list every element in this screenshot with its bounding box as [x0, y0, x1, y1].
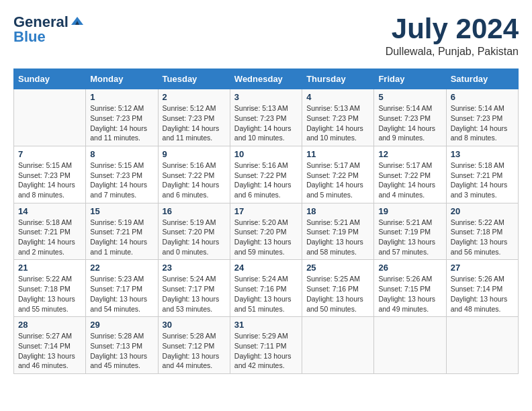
calendar-cell: 16Sunrise: 5:19 AMSunset: 7:20 PMDayligh…	[158, 203, 230, 260]
calendar-cell: 11Sunrise: 5:17 AMSunset: 7:22 PMDayligh…	[302, 146, 374, 203]
day-info: Sunrise: 5:28 AMSunset: 7:13 PMDaylight:…	[90, 331, 153, 371]
day-number: 16	[163, 206, 226, 216]
calendar-header-row: SundayMondayTuesdayWednesdayThursdayFrid…	[14, 69, 519, 89]
day-number: 25	[306, 263, 369, 273]
calendar-cell: 12Sunrise: 5:17 AMSunset: 7:22 PMDayligh…	[374, 146, 446, 203]
calendar-week-row: 21Sunrise: 5:22 AMSunset: 7:18 PMDayligh…	[14, 260, 519, 317]
calendar-cell: 3Sunrise: 5:13 AMSunset: 7:23 PMDaylight…	[230, 89, 302, 146]
day-info: Sunrise: 5:18 AMSunset: 7:21 PMDaylight:…	[18, 218, 81, 257]
day-info: Sunrise: 5:22 AMSunset: 7:18 PMDaylight:…	[18, 274, 81, 314]
day-number: 4	[306, 92, 369, 102]
day-number: 23	[163, 263, 226, 273]
weekday-header: Thursday	[302, 69, 374, 89]
day-number: 2	[163, 92, 226, 102]
logo-blue: Blue	[13, 28, 46, 46]
calendar-cell: 22Sunrise: 5:23 AMSunset: 7:17 PMDayligh…	[86, 260, 158, 317]
weekday-header: Friday	[374, 69, 446, 89]
calendar-cell: 7Sunrise: 5:15 AMSunset: 7:23 PMDaylight…	[14, 146, 86, 203]
day-number: 6	[451, 92, 514, 102]
day-number: 10	[234, 149, 298, 159]
calendar-cell: 9Sunrise: 5:16 AMSunset: 7:22 PMDaylight…	[158, 146, 230, 203]
day-info: Sunrise: 5:16 AMSunset: 7:22 PMDaylight:…	[234, 161, 298, 200]
day-info: Sunrise: 5:20 AMSunset: 7:20 PMDaylight:…	[234, 218, 298, 257]
calendar-cell	[446, 317, 518, 374]
page-header: General Blue July 2024 Dullewala, Punjab…	[13, 13, 519, 58]
calendar-cell: 30Sunrise: 5:28 AMSunset: 7:12 PMDayligh…	[158, 317, 230, 374]
weekday-header: Wednesday	[230, 69, 302, 89]
day-info: Sunrise: 5:26 AMSunset: 7:15 PMDaylight:…	[378, 274, 441, 314]
calendar-cell: 27Sunrise: 5:26 AMSunset: 7:14 PMDayligh…	[446, 260, 518, 317]
day-number: 14	[18, 206, 81, 216]
day-number: 29	[90, 320, 153, 330]
day-info: Sunrise: 5:29 AMSunset: 7:11 PMDaylight:…	[234, 331, 298, 371]
weekday-header: Saturday	[446, 69, 518, 89]
calendar-week-row: 14Sunrise: 5:18 AMSunset: 7:21 PMDayligh…	[14, 203, 519, 260]
day-number: 24	[234, 263, 298, 273]
day-info: Sunrise: 5:24 AMSunset: 7:17 PMDaylight:…	[163, 274, 226, 314]
day-info: Sunrise: 5:24 AMSunset: 7:16 PMDaylight:…	[234, 274, 298, 314]
day-number: 26	[378, 263, 441, 273]
day-info: Sunrise: 5:25 AMSunset: 7:16 PMDaylight:…	[306, 274, 369, 314]
month-title: July 2024	[386, 13, 519, 44]
day-number: 5	[378, 92, 441, 102]
location: Dullewala, Punjab, Pakistan	[386, 46, 519, 58]
calendar-cell	[14, 89, 86, 146]
calendar-cell: 15Sunrise: 5:19 AMSunset: 7:21 PMDayligh…	[86, 203, 158, 260]
title-block: July 2024 Dullewala, Punjab, Pakistan	[386, 13, 519, 58]
calendar-cell: 18Sunrise: 5:21 AMSunset: 7:19 PMDayligh…	[302, 203, 374, 260]
weekday-header: Sunday	[14, 69, 86, 89]
calendar-cell: 4Sunrise: 5:13 AMSunset: 7:23 PMDaylight…	[302, 89, 374, 146]
day-number: 30	[163, 320, 226, 330]
calendar-cell: 20Sunrise: 5:22 AMSunset: 7:18 PMDayligh…	[446, 203, 518, 260]
day-info: Sunrise: 5:14 AMSunset: 7:23 PMDaylight:…	[378, 103, 441, 143]
calendar-cell: 10Sunrise: 5:16 AMSunset: 7:22 PMDayligh…	[230, 146, 302, 203]
day-info: Sunrise: 5:21 AMSunset: 7:19 PMDaylight:…	[306, 218, 369, 257]
calendar-week-row: 1Sunrise: 5:12 AMSunset: 7:23 PMDaylight…	[14, 89, 519, 146]
calendar-cell: 25Sunrise: 5:25 AMSunset: 7:16 PMDayligh…	[302, 260, 374, 317]
day-info: Sunrise: 5:18 AMSunset: 7:21 PMDaylight:…	[451, 161, 514, 200]
day-info: Sunrise: 5:13 AMSunset: 7:23 PMDaylight:…	[234, 103, 298, 143]
calendar-week-row: 7Sunrise: 5:15 AMSunset: 7:23 PMDaylight…	[14, 146, 519, 203]
day-number: 18	[306, 206, 369, 216]
day-info: Sunrise: 5:19 AMSunset: 7:21 PMDaylight:…	[90, 218, 153, 257]
day-info: Sunrise: 5:28 AMSunset: 7:12 PMDaylight:…	[163, 331, 226, 371]
day-number: 21	[18, 263, 81, 273]
day-info: Sunrise: 5:16 AMSunset: 7:22 PMDaylight:…	[163, 161, 226, 200]
day-info: Sunrise: 5:15 AMSunset: 7:23 PMDaylight:…	[90, 161, 153, 200]
calendar-cell: 8Sunrise: 5:15 AMSunset: 7:23 PMDaylight…	[86, 146, 158, 203]
day-info: Sunrise: 5:27 AMSunset: 7:14 PMDaylight:…	[18, 331, 81, 371]
day-number: 1	[90, 92, 153, 102]
day-number: 11	[306, 149, 369, 159]
day-info: Sunrise: 5:14 AMSunset: 7:23 PMDaylight:…	[451, 103, 514, 143]
day-info: Sunrise: 5:12 AMSunset: 7:23 PMDaylight:…	[90, 103, 153, 143]
calendar-cell	[374, 317, 446, 374]
calendar-cell: 29Sunrise: 5:28 AMSunset: 7:13 PMDayligh…	[86, 317, 158, 374]
weekday-header: Tuesday	[158, 69, 230, 89]
day-info: Sunrise: 5:12 AMSunset: 7:23 PMDaylight:…	[163, 103, 226, 143]
calendar-cell: 14Sunrise: 5:18 AMSunset: 7:21 PMDayligh…	[14, 203, 86, 260]
calendar-cell: 2Sunrise: 5:12 AMSunset: 7:23 PMDaylight…	[158, 89, 230, 146]
day-info: Sunrise: 5:21 AMSunset: 7:19 PMDaylight:…	[378, 218, 441, 257]
day-info: Sunrise: 5:13 AMSunset: 7:23 PMDaylight:…	[306, 103, 369, 143]
calendar-cell: 17Sunrise: 5:20 AMSunset: 7:20 PMDayligh…	[230, 203, 302, 260]
calendar-cell	[302, 317, 374, 374]
day-info: Sunrise: 5:17 AMSunset: 7:22 PMDaylight:…	[378, 161, 441, 200]
calendar-cell: 1Sunrise: 5:12 AMSunset: 7:23 PMDaylight…	[86, 89, 158, 146]
day-number: 20	[451, 206, 514, 216]
calendar-cell: 24Sunrise: 5:24 AMSunset: 7:16 PMDayligh…	[230, 260, 302, 317]
calendar-cell: 31Sunrise: 5:29 AMSunset: 7:11 PMDayligh…	[230, 317, 302, 374]
calendar-cell: 5Sunrise: 5:14 AMSunset: 7:23 PMDaylight…	[374, 89, 446, 146]
day-number: 13	[451, 149, 514, 159]
calendar-table: SundayMondayTuesdayWednesdayThursdayFrid…	[13, 68, 519, 374]
day-number: 9	[163, 149, 226, 159]
day-number: 8	[90, 149, 153, 159]
calendar-week-row: 28Sunrise: 5:27 AMSunset: 7:14 PMDayligh…	[14, 317, 519, 374]
day-number: 17	[234, 206, 298, 216]
day-number: 15	[90, 206, 153, 216]
logo-icon	[70, 15, 85, 26]
day-info: Sunrise: 5:19 AMSunset: 7:20 PMDaylight:…	[163, 218, 226, 257]
calendar-cell: 26Sunrise: 5:26 AMSunset: 7:15 PMDayligh…	[374, 260, 446, 317]
logo: General Blue	[13, 13, 85, 46]
day-number: 3	[234, 92, 298, 102]
day-number: 31	[234, 320, 298, 330]
